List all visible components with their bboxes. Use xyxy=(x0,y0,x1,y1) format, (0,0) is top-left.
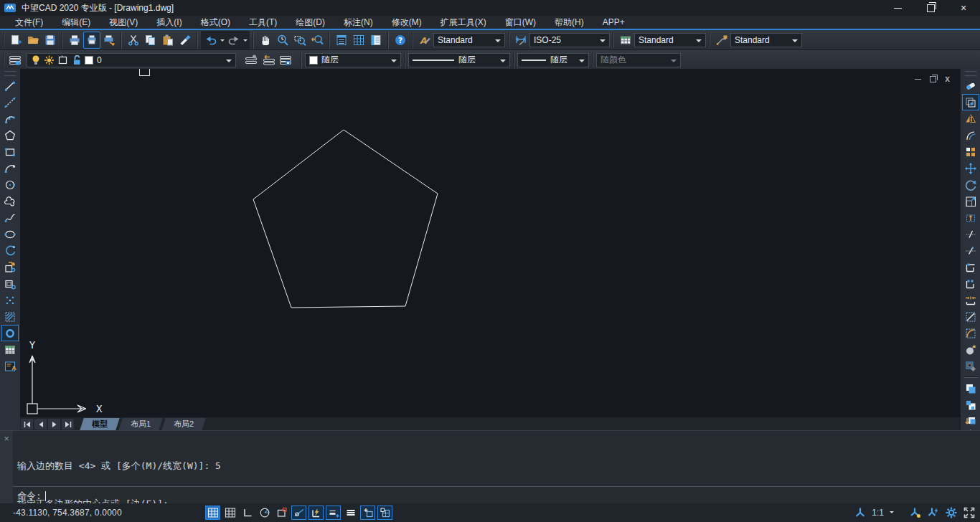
properties-palette-button[interactable] xyxy=(333,32,350,49)
color-combo[interactable]: 随层 xyxy=(305,53,401,67)
donut-button[interactable] xyxy=(1,325,19,341)
redo-button[interactable] xyxy=(225,32,242,49)
zoom-realtime-button[interactable] xyxy=(274,32,291,49)
print-button[interactable] xyxy=(66,32,83,49)
zoom-window-button[interactable] xyxy=(291,32,308,49)
undo-dropdown-arrow[interactable] xyxy=(220,39,225,44)
mirror-button[interactable] xyxy=(962,110,979,127)
coordinates-readout[interactable]: -43.1130, 754.3687, 0.0000 xyxy=(13,508,122,518)
tab-nav-next-button[interactable] xyxy=(48,419,60,430)
block-editor-button[interactable] xyxy=(962,358,979,374)
polar-toggle[interactable] xyxy=(257,506,272,520)
menu-window[interactable]: 窗口(W) xyxy=(496,16,545,29)
design-center-button[interactable] xyxy=(367,32,385,49)
drawing-canvas[interactable]: Y X x xyxy=(20,69,960,417)
fullscreen-button[interactable] xyxy=(963,506,976,519)
explode-button[interactable] xyxy=(962,341,979,358)
plot-settings-button[interactable] xyxy=(100,32,118,49)
cut-button[interactable] xyxy=(125,32,142,49)
lineweight-toggle[interactable] xyxy=(326,506,341,520)
stretch-button[interactable] xyxy=(962,209,979,226)
menu-express-tools[interactable]: 扩展工具(X) xyxy=(431,16,496,29)
layer-combo[interactable]: 0 xyxy=(27,53,236,67)
polygon-button[interactable] xyxy=(1,127,19,143)
osnap-toggle[interactable] xyxy=(274,506,289,520)
arc-button[interactable] xyxy=(1,160,19,176)
array-button[interactable] xyxy=(962,143,979,160)
mleader-style-button[interactable] xyxy=(713,32,730,49)
layer-properties-button[interactable] xyxy=(7,52,24,69)
layer-states-button[interactable] xyxy=(243,52,260,69)
paste-button[interactable] xyxy=(159,32,176,49)
menu-draw[interactable]: 绘图(D) xyxy=(286,16,334,29)
close-button[interactable]: × xyxy=(947,0,980,16)
table-button[interactable] xyxy=(1,341,19,358)
linetype-combo[interactable]: 随层 xyxy=(408,53,510,67)
circle-button[interactable] xyxy=(1,176,19,193)
mtext-button[interactable]: A xyxy=(1,358,19,374)
offset-button[interactable] xyxy=(962,127,979,143)
rectangle-button[interactable] xyxy=(1,143,19,160)
menu-app-plus[interactable]: APP+ xyxy=(593,16,634,29)
dim-style-combo[interactable]: ISO-25 xyxy=(529,33,610,47)
draworder-under-button[interactable] xyxy=(962,413,979,430)
ellipse-button[interactable] xyxy=(1,226,19,242)
draworder-front-button[interactable] xyxy=(962,380,979,397)
dyn-toggle[interactable] xyxy=(308,506,324,520)
restore-button[interactable] xyxy=(914,0,947,16)
menu-modify[interactable]: 修改(M) xyxy=(382,16,431,29)
dim-style-button[interactable] xyxy=(512,32,529,49)
undo-button[interactable] xyxy=(202,32,220,49)
save-button[interactable] xyxy=(42,32,59,49)
make-block-button[interactable] xyxy=(1,275,19,292)
minimize-button[interactable] xyxy=(881,0,914,16)
menu-tools[interactable]: 工具(T) xyxy=(240,16,286,29)
extend-button[interactable] xyxy=(962,242,979,259)
break-button[interactable] xyxy=(962,275,979,292)
revcloud-button[interactable] xyxy=(1,193,19,209)
text-style-combo[interactable]: Standard xyxy=(433,33,505,47)
annotation-scale-button[interactable] xyxy=(854,506,867,519)
annotation-autoscale-button[interactable] xyxy=(927,506,940,519)
ortho-toggle[interactable] xyxy=(240,506,255,520)
tab-nav-prev-button[interactable] xyxy=(34,419,47,430)
quick-properties-toggle[interactable] xyxy=(360,506,375,520)
new-file-button[interactable] xyxy=(7,32,24,49)
menu-file[interactable]: 文件(F) xyxy=(6,16,52,29)
table-style-combo[interactable]: Standard xyxy=(634,33,706,47)
hatch-button[interactable] xyxy=(1,308,19,325)
draworder-back-button[interactable] xyxy=(962,397,979,413)
scale-button[interactable] xyxy=(962,193,979,209)
tab-nav-last-button[interactable] xyxy=(62,419,74,430)
copy-button[interactable] xyxy=(962,94,979,110)
scale-dropdown-arrow[interactable] xyxy=(890,511,894,516)
insert-block-button[interactable] xyxy=(1,259,19,275)
polyline-button[interactable] xyxy=(1,110,19,127)
print-preview-button[interactable] xyxy=(83,32,100,49)
menu-edit[interactable]: 编辑(E) xyxy=(52,16,100,29)
lineweight-combo[interactable]: 随层 xyxy=(517,53,589,67)
status-menu-toggle[interactable] xyxy=(343,506,358,520)
table-style-button[interactable] xyxy=(617,32,634,49)
redo-dropdown-arrow[interactable] xyxy=(243,39,248,44)
annotation-scale-value[interactable]: 1:1 xyxy=(872,508,884,518)
zoom-previous-button[interactable] xyxy=(308,32,326,49)
point-button[interactable] xyxy=(1,292,19,308)
move-button[interactable] xyxy=(962,160,979,176)
menu-view[interactable]: 视图(V) xyxy=(100,16,147,29)
xline-button[interactable] xyxy=(1,94,19,110)
tab-nav-first-button[interactable] xyxy=(21,419,33,430)
chamfer-button[interactable] xyxy=(962,308,979,325)
fillet-button[interactable] xyxy=(962,325,979,341)
otrack-toggle[interactable] xyxy=(291,506,306,520)
mleader-style-combo[interactable]: Standard xyxy=(730,33,802,47)
grid-toggle[interactable] xyxy=(222,506,237,520)
match-properties-button[interactable] xyxy=(176,32,194,49)
erase-button[interactable] xyxy=(962,77,979,94)
doc-close-button[interactable]: x xyxy=(945,75,950,83)
line-button[interactable] xyxy=(1,77,19,94)
copy-clip-button[interactable] xyxy=(142,32,159,49)
command-input-line[interactable]: 命令: xyxy=(17,490,46,503)
text-style-button[interactable]: A xyxy=(416,32,433,49)
tab-layout2[interactable]: 布局2 xyxy=(161,418,206,430)
